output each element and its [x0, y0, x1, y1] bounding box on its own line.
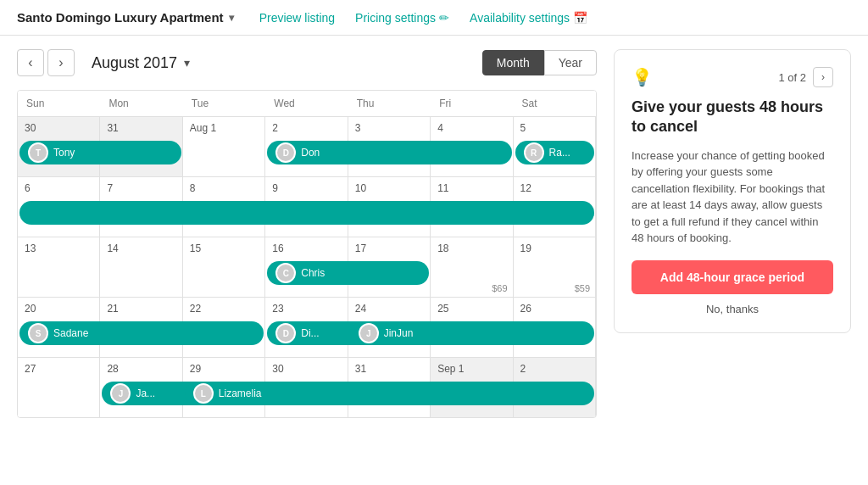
day-cell[interactable]: 28 — [100, 358, 182, 417]
day-number: 7 — [107, 182, 175, 194]
day-cell[interactable]: 30 — [265, 358, 348, 417]
day-cell[interactable]: 18$69 — [431, 237, 513, 297]
day-cell[interactable]: 19$59 — [514, 237, 596, 297]
day-number: 30 — [272, 363, 340, 375]
day-cell[interactable]: 30 — [18, 117, 100, 176]
day-number: 11 — [437, 182, 505, 194]
day-number: 20 — [25, 303, 92, 315]
day-cell[interactable]: 8 — [183, 177, 265, 237]
day-cell[interactable]: 16 — [265, 237, 348, 297]
day-cell[interactable]: 13 — [18, 237, 100, 297]
day-number: Sep 1 — [437, 363, 505, 375]
month-selector[interactable]: August 2017 ▾ — [92, 54, 190, 72]
availability-settings-link[interactable]: Availability settings 📅 — [470, 11, 587, 25]
calendar-weeks: 3031Aug 12345TTonyDDonRRa...678910111213… — [18, 117, 596, 417]
pricing-settings-label: Pricing settings — [355, 11, 436, 25]
day-cell[interactable]: 20 — [18, 298, 100, 357]
availability-icon: 📅 — [573, 11, 587, 25]
day-cell[interactable]: 4 — [431, 117, 513, 176]
card-title: Give your guests 48 hours to cancel — [632, 98, 833, 137]
day-number: 4 — [437, 122, 505, 134]
day-cell[interactable]: 6 — [18, 177, 100, 237]
day-cell[interactable]: 27 — [18, 358, 100, 417]
day-cell[interactable]: 25 — [431, 298, 513, 357]
day-number: 21 — [107, 303, 175, 315]
day-cell[interactable]: 31 — [348, 358, 431, 417]
day-number: Aug 1 — [190, 122, 258, 134]
day-cell[interactable]: 9 — [265, 177, 348, 237]
day-cell[interactable]: 10 — [348, 177, 431, 237]
pagination-text: 1 of 2 — [778, 71, 806, 84]
day-cell[interactable]: 31 — [100, 117, 182, 176]
month-label: August 2017 — [92, 54, 177, 72]
day-number: 24 — [355, 303, 423, 315]
day-header-tue: Tue — [183, 91, 265, 117]
pricing-icon: ✏ — [439, 11, 449, 25]
card-description: Increase your chance of getting booked b… — [632, 148, 833, 247]
day-number: 9 — [272, 182, 340, 194]
year-view-button[interactable]: Year — [544, 50, 597, 75]
day-number: 13 — [25, 242, 92, 254]
view-toggle: Month Year — [482, 50, 597, 75]
day-cell[interactable]: 23 — [265, 298, 348, 357]
day-number: 30 — [25, 122, 92, 134]
day-number: 15 — [190, 242, 258, 254]
week-row: 3031Aug 12345TTonyDDonRRa... — [18, 117, 596, 177]
calendar-section: ‹ › August 2017 ▾ Month Year Sun Mon Tue… — [17, 49, 597, 418]
day-number: 27 — [25, 363, 92, 375]
preview-listing-link[interactable]: Preview listing — [259, 11, 335, 25]
day-number: 2 — [272, 122, 340, 134]
calendar-grid: Sun Mon Tue Wed Thu Fri Sat 3031Aug 1234… — [17, 90, 597, 418]
day-price: $59 — [575, 283, 590, 293]
day-cell[interactable]: 2 — [514, 358, 596, 417]
sidebar-card: 💡 1 of 2 › Give your guests 48 hours to … — [614, 49, 851, 333]
title-text: Santo Domingo Luxury Apartment — [17, 10, 224, 25]
day-number: 25 — [437, 303, 505, 315]
day-cell[interactable]: 24 — [348, 298, 431, 357]
prev-month-button[interactable]: ‹ — [17, 49, 44, 76]
header: Santo Domingo Luxury Apartment ▾ Preview… — [0, 0, 868, 36]
day-cell[interactable]: 26 — [514, 298, 596, 357]
day-cell[interactable]: 22 — [183, 298, 265, 357]
day-cell[interactable]: 15 — [183, 237, 265, 297]
week-row: 131415161718$6919$59CChris — [18, 237, 596, 298]
day-number: 6 — [25, 182, 92, 194]
card-header: 💡 1 of 2 › — [632, 67, 833, 87]
day-cell[interactable]: 5 — [514, 117, 596, 176]
day-number: 5 — [520, 122, 588, 134]
listing-title: Santo Domingo Luxury Apartment ▾ — [17, 10, 234, 25]
day-cell[interactable]: 11 — [431, 177, 513, 237]
day-header-wed: Wed — [265, 91, 348, 117]
day-number: 22 — [190, 303, 258, 315]
day-number: 26 — [520, 303, 588, 315]
day-number: 14 — [107, 242, 175, 254]
month-view-button[interactable]: Month — [482, 50, 544, 75]
day-cell[interactable]: 17 — [348, 237, 431, 297]
title-chevron-icon[interactable]: ▾ — [229, 12, 234, 24]
day-number: 12 — [520, 182, 588, 194]
day-header-fri: Fri — [431, 91, 513, 117]
day-cell[interactable]: 21 — [100, 298, 182, 357]
day-number: 17 — [355, 242, 423, 254]
day-header-sat: Sat — [514, 91, 596, 117]
no-thanks-link[interactable]: No, thanks — [632, 303, 833, 315]
week-row: 2728293031Sep 12JJa...LLizamelia — [18, 358, 596, 417]
day-cell[interactable]: 2 — [265, 117, 348, 176]
pricing-settings-link[interactable]: Pricing settings ✏ — [355, 11, 449, 25]
day-cell[interactable]: 7 — [100, 177, 182, 237]
next-month-button[interactable]: › — [47, 49, 75, 76]
day-cell[interactable]: Aug 1 — [183, 117, 265, 176]
add-grace-period-button[interactable]: Add 48-hour grace period — [632, 260, 833, 294]
day-cell[interactable]: 3 — [348, 117, 431, 176]
day-cell[interactable]: Sep 1 — [431, 358, 513, 417]
day-number: 31 — [107, 122, 175, 134]
day-number: 2 — [520, 363, 588, 375]
day-cell[interactable]: 14 — [100, 237, 182, 297]
main-content: ‹ › August 2017 ▾ Month Year Sun Mon Tue… — [0, 36, 868, 432]
card-pagination: 1 of 2 › — [778, 67, 833, 87]
day-cell[interactable]: 12 — [514, 177, 596, 237]
day-number: 10 — [355, 182, 423, 194]
card-next-button[interactable]: › — [813, 67, 833, 87]
day-cell[interactable]: 29 — [183, 358, 265, 417]
week-row: 20212223242526SSadaneDDi...JJinJun — [18, 298, 596, 358]
